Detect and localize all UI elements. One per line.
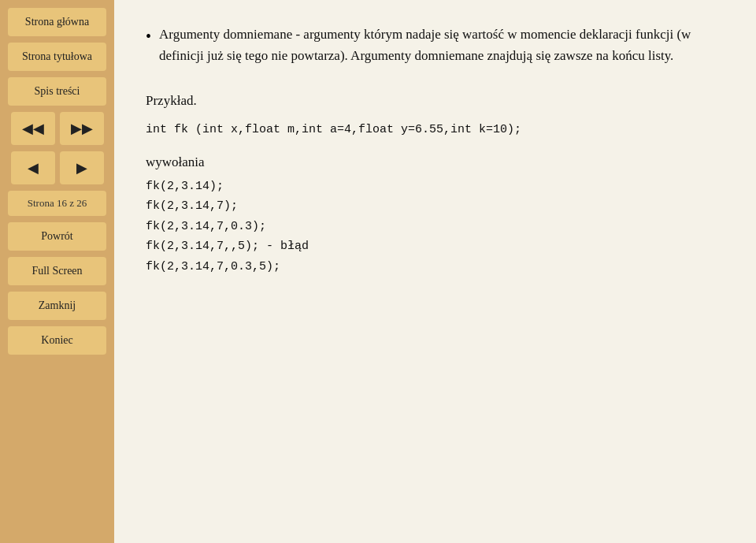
call-3: fk(2,3.14,7,0.3); (146, 217, 724, 237)
full-screen-button[interactable]: Full Screen (8, 257, 106, 285)
fast-forward-button[interactable]: ▶▶ (60, 112, 104, 145)
spis-tresci-button[interactable]: Spis treści (8, 77, 106, 106)
fast-nav-row: ◀◀ ▶▶ (8, 112, 106, 145)
call-5: fk(2,3.14,7,0.3,5); (146, 257, 724, 277)
back-button[interactable]: ◀ (11, 151, 55, 184)
sidebar: Strona główna Strona tytułowa Spis treśc… (0, 0, 114, 543)
call-4: fk(2,3.14,7,,5); - błąd (146, 236, 724, 257)
bullet-icon: • (146, 24, 151, 48)
calls-list: fk(2,3.14); fk(2,3.14,7); fk(2,3.14,7,0.… (146, 177, 724, 277)
call-1: fk(2,3.14); (146, 177, 724, 197)
step-nav-row: ◀ ▶ (8, 151, 106, 184)
bullet-text: Argumenty domniemane - argumenty którym … (159, 24, 724, 66)
powrot-button[interactable]: Powrót (8, 222, 106, 251)
code-line: int fk (int x,float m,int a=4,float y=6.… (146, 120, 724, 140)
koniec-button[interactable]: Koniec (8, 326, 106, 355)
strona-glowna-button[interactable]: Strona główna (8, 8, 106, 36)
strona-tytulowa-button[interactable]: Strona tytułowa (8, 43, 106, 71)
section-title: Przykład. (146, 93, 724, 109)
fast-back-button[interactable]: ◀◀ (11, 112, 55, 145)
main-content: • Argumenty domniemane - argumenty który… (114, 0, 756, 543)
page-indicator: Strona 16 z 26 (8, 191, 106, 216)
forward-button[interactable]: ▶ (60, 151, 104, 184)
bullet-item: • Argumenty domniemane - argumenty który… (146, 24, 724, 82)
call-2: fk(2,3.14,7); (146, 196, 724, 217)
zamknij-button[interactable]: Zamknij (8, 292, 106, 320)
calls-label: wywołania (146, 154, 724, 170)
